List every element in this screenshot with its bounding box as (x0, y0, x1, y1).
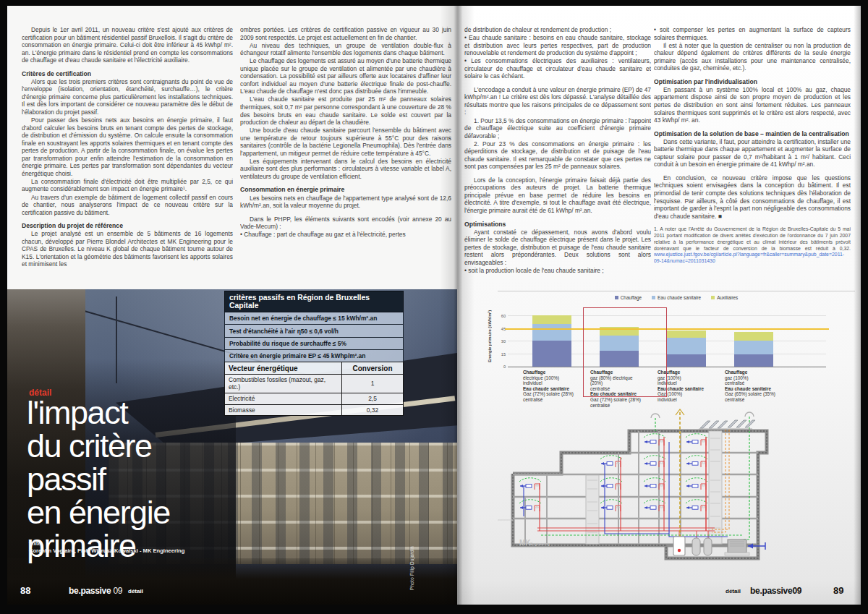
bar-segment (667, 331, 706, 338)
article-paragraph: L'eau chaude sanitaire est produite par … (240, 95, 451, 126)
credit-names: Corentin Voglaire, Piotr Wierusz-Kowalsk… (29, 547, 184, 554)
bar-segment (734, 332, 773, 341)
text-column-4: • soit compenser les pertes en augmentan… (654, 26, 851, 295)
party-walls (525, 431, 681, 544)
article-paragraph: Les équipements intervenant dans le calc… (240, 158, 451, 181)
article-paragraph: Alors que les trois premiers critères so… (22, 78, 233, 116)
credit-label: texte (29, 541, 184, 546)
conversion-row: Electricité2,5 (225, 393, 404, 404)
article-heading: Description du projet de référence (22, 222, 233, 230)
conversion-col-vector: Vecteur énergétique (225, 362, 342, 375)
author-credit: texte Corentin Voglaire, Piotr Wierusz-K… (29, 541, 184, 554)
bar-segment (734, 354, 773, 367)
chart-highlight-box (583, 307, 667, 397)
footer-section-left: détail (128, 588, 143, 594)
criteria-row: Besoin net en énergie de chauffage ≤ 15 … (224, 312, 404, 325)
y-tick-label: 0 (498, 364, 506, 369)
title-line: du critère (27, 430, 170, 463)
criteria-row: Test d'étanchéité à l'air η50 ≤ 0,6 vol/… (224, 325, 404, 337)
article-heading: Optimisations (464, 221, 651, 229)
article-paragraph: Une boucle d'eau chaude sanitaire parcou… (240, 127, 451, 157)
magazine-spread: Depuis le 1er avril 2011, un nouveau cri… (7, 6, 861, 605)
article-paragraph: ombres portées. Les critères de certific… (240, 26, 451, 41)
solar-panels (699, 420, 755, 429)
conversion-row: Biomasse0,32 (225, 404, 404, 416)
watermark-mk: MK (519, 539, 531, 547)
chart-plot: 015304560 (508, 306, 826, 367)
article-paragraph: 2. Pour 23 % des consommations en énergi… (464, 140, 651, 171)
threshold-line-45 (505, 328, 829, 330)
bar-segment (532, 324, 571, 341)
chart-legend: ChauffageEau chaude sanitaireAuxiliaires (498, 295, 855, 300)
article-paragraph: Lors de la conception, l'énergie primair… (464, 176, 651, 215)
criteria-table: critères passifs en Région de Bruxelles … (224, 291, 404, 363)
legend-item: Eau chaude sanitaire (652, 295, 701, 300)
article-heading: Critères de certification (22, 70, 233, 78)
article-paragraph: Au niveau des techniques, un groupe de v… (240, 42, 451, 57)
footnote-url[interactable]: www.ejustice.just.fgov.be/cgi/article.pl… (654, 252, 844, 263)
article-paragraph: Depuis le 1er avril 2011, un nouveau cri… (22, 26, 233, 64)
criteria-row: Critère en énergie primaire EP ≤ 45 kWhp… (224, 350, 404, 362)
chart-bar-labels: Chauffageélectrique (100%)individuelEau … (508, 370, 826, 406)
bar-segment (667, 338, 706, 354)
watermark-engineering: Engineering (530, 542, 550, 546)
article-heading: Optimisation de la solution de base – ma… (654, 130, 851, 138)
article-paragraph: • soit la production locale de l'eau cha… (464, 267, 651, 275)
brand-left: be.passive09 (69, 586, 122, 596)
title-line: passif (27, 463, 170, 496)
conversion-table: Vecteur énergétique Conversion Combustib… (224, 362, 404, 416)
article-paragraph: • soit compenser les pertes en augmentan… (654, 26, 851, 41)
conversion-col-factor: Conversion (342, 362, 404, 375)
page-number-left: 88 (20, 585, 30, 596)
conversion-table-rows: Combustibles fossiles (mazout, gaz, etc.… (225, 375, 404, 416)
building-shell (498, 431, 767, 558)
text-column-2: ombres portées. Les critères de certific… (240, 26, 451, 292)
primary-energy-chart: ChauffageEau chaude sanitaireAuxiliaires… (498, 291, 855, 407)
brand-right: be.passive09 (750, 586, 801, 596)
criteria-table-rows: Besoin net en énergie de chauffage ≤ 15 … (224, 312, 404, 363)
bar-label: Chauffageélectrique (100%)individuelEau … (508, 370, 575, 403)
article-paragraph: • Les consommations électriques des auxi… (464, 57, 651, 80)
bar-segment (532, 315, 571, 324)
conversion-row: Combustibles fossiles (mazout, gaz, etc.… (225, 375, 404, 393)
article-title: l'impactdu critèrepassifen énergieprimai… (27, 396, 170, 563)
article-paragraph: En conclusion, ce nouveau critère impose… (654, 174, 851, 220)
footer-section-right: détail (726, 588, 741, 594)
article-paragraph: Les besoins nets en chauffage de l'appar… (240, 195, 451, 210)
page-right: de distribution de chaleur et rendement … (457, 6, 861, 605)
photo-foreground (7, 558, 457, 605)
article-paragraph: La consommation finale d'électricité doi… (22, 178, 233, 193)
page-left: Depuis le 1er avril 2011, un nouveau cri… (7, 6, 457, 605)
bar-group (720, 332, 787, 367)
article-heading: Optimisation par l'individualisation (654, 78, 851, 86)
roof-fans (651, 412, 754, 418)
article-paragraph: Le projet analysé est un ensemble de 5 b… (22, 230, 233, 268)
legend-item: Chauffage (615, 295, 642, 300)
title-line: en énergie (27, 496, 170, 529)
building-schematic: MK Engineering (498, 408, 855, 590)
bar-segment (532, 341, 571, 367)
article-heading: Consommation en énergie primaire (240, 186, 451, 194)
article-paragraph: Ayant constaté ce dépassement, nous avon… (464, 229, 651, 267)
article-paragraph: Au travers d'un exemple de bâtiment de l… (22, 194, 233, 217)
chart-y-axis-label: Energie primaire (kWh/m²) (488, 304, 492, 368)
y-tick-label: 30 (498, 339, 506, 344)
article-paragraph: Le chauffage des logements est assuré au… (240, 57, 451, 95)
criteria-table-title: critères passifs en Région de Bruxelles … (224, 291, 404, 312)
criteria-row: Probabilité du risque de surchauffe ≤ 5% (224, 338, 404, 350)
bar-group (518, 315, 585, 367)
article-paragraph: 1. Pour 13,5 % des consommations en éner… (464, 117, 651, 140)
article-paragraph: • Chauffage : part de chauffage au gaz e… (240, 231, 451, 239)
article-paragraph: Pour passer des besoins nets aux besoins… (22, 116, 233, 177)
text-column-3: de distribution de chaleur et rendement … (464, 26, 651, 291)
bar-label: Chauffagegaz (100%)centraliséEau chaude … (710, 370, 777, 403)
article-paragraph: de distribution de chaleur et rendement … (464, 26, 651, 34)
article-paragraph: En passant à un système 100% local et 10… (654, 86, 851, 124)
page-edge-shadow (854, 6, 861, 605)
footnote-text: 1. A noter que l'Arrêté du Gouvernement … (654, 226, 851, 250)
page-number-right: 89 (833, 585, 843, 596)
article-paragraph: L'encodage a conduit à une valeur en éne… (464, 86, 651, 116)
y-tick-label: 15 (498, 352, 506, 357)
heat-exchanger-unit (725, 540, 749, 555)
boiler (673, 537, 685, 555)
